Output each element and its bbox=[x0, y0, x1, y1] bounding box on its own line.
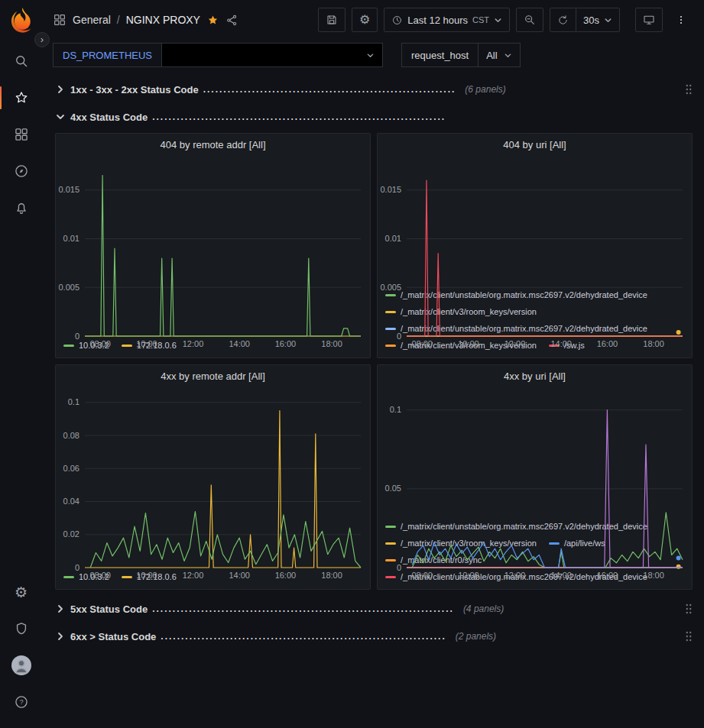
svg-text:08:00: 08:00 bbox=[411, 571, 433, 580]
refresh-interval-picker[interactable]: 30s bbox=[576, 8, 620, 32]
time-series-plot[interactable]: 00.0050.010.01508:0010:0012:0014:0016:00… bbox=[378, 155, 692, 350]
monitor-icon bbox=[643, 14, 655, 26]
chart-404-by-uri[interactable]: 00.0050.010.01508:0010:0012:0014:0016:00… bbox=[378, 155, 692, 288]
row-drag-handle[interactable] bbox=[685, 603, 693, 615]
chevron-down-icon bbox=[504, 51, 512, 60]
panel-title[interactable]: 404 by remote addr [All] bbox=[56, 134, 370, 155]
panel-grid: 404 by remote addr [All] 00.0050.010.015… bbox=[55, 133, 693, 590]
row-title-dots: ........................................… bbox=[152, 112, 446, 122]
request-host-select[interactable]: All bbox=[478, 43, 520, 67]
row-drag-handle[interactable] bbox=[685, 630, 693, 642]
chevron-right-icon bbox=[55, 84, 66, 95]
row-header-1xx-3xx-2xx[interactable]: 1xx - 3xx - 2xx Status Code ............… bbox=[55, 78, 693, 101]
breadcrumb-section[interactable]: General bbox=[73, 14, 111, 26]
breadcrumb: General / NGINX PROXY bbox=[53, 13, 238, 27]
sidebar-expand-button[interactable]: › bbox=[34, 32, 50, 47]
time-range-label: Last 12 hours bbox=[407, 15, 468, 26]
svg-text:10:00: 10:00 bbox=[136, 339, 157, 348]
bell-icon bbox=[14, 200, 29, 215]
sidebar-item-dashboards[interactable] bbox=[0, 116, 42, 153]
more-options-button[interactable] bbox=[669, 8, 693, 32]
svg-text:0.1: 0.1 bbox=[390, 405, 401, 414]
grafana-logo[interactable] bbox=[9, 8, 34, 34]
time-series-plot[interactable]: 00.050.108:0010:0012:0014:0016:0018:00 bbox=[378, 387, 692, 581]
time-range-picker[interactable]: Last 12 hours CST bbox=[384, 8, 510, 32]
row-title: 6xx > Status Code bbox=[70, 631, 156, 642]
chevron-down-icon bbox=[366, 51, 375, 60]
datasource-value-select[interactable] bbox=[161, 43, 383, 67]
svg-text:14:00: 14:00 bbox=[229, 339, 250, 348]
svg-text:0: 0 bbox=[75, 563, 79, 572]
svg-text:08:00: 08:00 bbox=[89, 571, 111, 580]
datasource-variable: DS_PROMETHEUS bbox=[53, 43, 383, 67]
chevron-down-icon bbox=[604, 16, 612, 24]
svg-text:14:00: 14:00 bbox=[550, 339, 572, 348]
sidebar: ⚙ ? bbox=[0, 0, 42, 728]
svg-text:12:00: 12:00 bbox=[504, 571, 526, 580]
svg-text:0.015: 0.015 bbox=[58, 185, 79, 194]
svg-text:0.005: 0.005 bbox=[380, 283, 401, 292]
panel-404-by-uri: 404 by uri [All] 00.0050.010.01508:0010:… bbox=[377, 133, 693, 358]
row-header-6xx[interactable]: 6xx > Status Code ......................… bbox=[55, 625, 693, 648]
request-host-value: All bbox=[486, 50, 497, 61]
sidebar-item-alerting[interactable] bbox=[0, 189, 42, 226]
help-icon: ? bbox=[14, 694, 29, 710]
chart-4xx-by-uri[interactable]: 00.050.108:0010:0012:0014:0016:0018:00 bbox=[378, 387, 692, 519]
svg-text:16:00: 16:00 bbox=[597, 339, 618, 348]
panel-title[interactable]: 4xx by uri [All] bbox=[378, 365, 692, 387]
sidebar-item-search[interactable] bbox=[0, 43, 42, 79]
favorite-star-icon[interactable] bbox=[206, 14, 219, 27]
svg-text:0: 0 bbox=[397, 563, 401, 572]
svg-text:16:00: 16:00 bbox=[275, 571, 297, 580]
datasource-label[interactable]: DS_PROMETHEUS bbox=[53, 43, 162, 67]
svg-text:12:00: 12:00 bbox=[183, 339, 204, 348]
sidebar-item-configuration[interactable]: ⚙ bbox=[0, 574, 42, 610]
sidebar-item-profile[interactable] bbox=[0, 647, 42, 684]
avatar bbox=[11, 655, 31, 675]
svg-text:14:00: 14:00 bbox=[550, 571, 572, 580]
share-icon[interactable] bbox=[225, 14, 238, 27]
svg-text:0.005: 0.005 bbox=[58, 283, 79, 292]
sidebar-item-explore[interactable] bbox=[0, 153, 42, 189]
time-series-plot[interactable]: 00.020.040.060.080.108:0010:0012:0014:00… bbox=[56, 387, 370, 581]
chart-4xx-by-remote-addr[interactable]: 00.020.040.060.080.108:0010:0012:0014:00… bbox=[56, 387, 370, 570]
zoom-out-button[interactable] bbox=[516, 8, 543, 32]
svg-text:0.01: 0.01 bbox=[63, 234, 79, 243]
breadcrumb-separator: / bbox=[117, 14, 120, 26]
svg-text:14:00: 14:00 bbox=[229, 571, 250, 580]
svg-text:10:00: 10:00 bbox=[458, 571, 479, 580]
gear-icon: ⚙ bbox=[15, 585, 28, 600]
toolbar-actions: ⚙ Last 12 hours CST bbox=[318, 8, 693, 32]
refresh-button[interactable] bbox=[550, 8, 576, 32]
row-drag-handle[interactable] bbox=[685, 83, 693, 95]
svg-text:0.02: 0.02 bbox=[63, 529, 79, 539]
row-header-4xx[interactable]: 4xx Status Code ........................… bbox=[55, 105, 693, 128]
row-header-5xx[interactable]: 5xx Status Code ........................… bbox=[55, 597, 693, 620]
dashboard-content: 1xx - 3xx - 2xx Status Code ............… bbox=[42, 75, 704, 728]
star-icon bbox=[14, 90, 29, 105]
row-title-dots: ........................................… bbox=[161, 631, 446, 642]
chevron-down-icon bbox=[494, 16, 502, 24]
time-series-plot[interactable]: 00.0050.010.01508:0010:0012:0014:0016:00… bbox=[56, 155, 370, 350]
sidebar-item-server-admin[interactable] bbox=[0, 610, 42, 647]
sidebar-item-starred[interactable] bbox=[0, 79, 42, 116]
refresh-icon bbox=[557, 15, 569, 26]
panel-404-by-remote-addr: 404 by remote addr [All] 00.0050.010.015… bbox=[55, 133, 371, 358]
breadcrumb-title[interactable]: NGINX PROXY bbox=[126, 14, 200, 26]
panel-title[interactable]: 404 by uri [All] bbox=[378, 134, 692, 155]
row-title: 1xx - 3xx - 2xx Status Code bbox=[70, 84, 199, 95]
chart-404-by-remote-addr[interactable]: 00.0050.010.01508:0010:0012:0014:0016:00… bbox=[56, 155, 370, 338]
clock-icon bbox=[391, 15, 403, 26]
request-host-label[interactable]: request_host bbox=[401, 43, 479, 67]
row-title: 5xx Status Code bbox=[70, 603, 148, 615]
save-dashboard-button[interactable] bbox=[318, 8, 346, 32]
dashboard-settings-button[interactable]: ⚙ bbox=[352, 8, 378, 32]
chevron-right-icon bbox=[55, 631, 66, 642]
cycle-view-mode-button[interactable] bbox=[635, 8, 663, 32]
row-panel-count: (6 panels) bbox=[465, 84, 505, 95]
sidebar-item-help[interactable]: ? bbox=[0, 684, 42, 720]
panel-title[interactable]: 4xx by remote addr [All] bbox=[56, 365, 370, 387]
svg-text:18:00: 18:00 bbox=[643, 571, 664, 580]
svg-text:0: 0 bbox=[397, 332, 401, 341]
search-icon bbox=[14, 53, 29, 69]
